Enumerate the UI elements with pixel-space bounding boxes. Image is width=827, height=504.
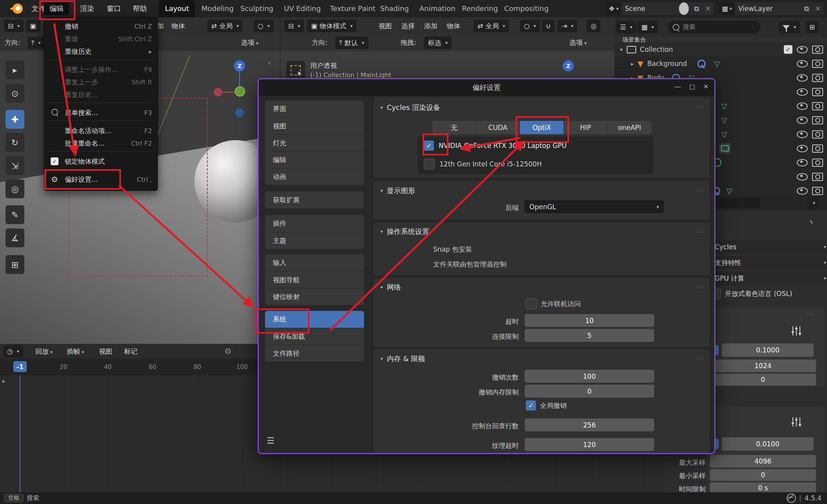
scene-collection-row[interactable]: 场景集合 xyxy=(615,37,827,42)
gizmo-z-axis-right[interactable]: Z xyxy=(563,60,574,71)
render-visibility-icon[interactable]: ◎ xyxy=(587,20,600,32)
allow-online-checkbox[interactable] xyxy=(526,298,537,309)
eye-icon[interactable] xyxy=(797,74,808,82)
sidebar-item-lights[interactable]: 灯光 xyxy=(265,134,364,151)
camera-visibility-icon[interactable] xyxy=(812,173,823,181)
device-dropdown[interactable]: GPU 计算▾ xyxy=(710,272,827,285)
editor-type-timeline[interactable]: ◷▾ xyxy=(3,345,23,358)
menu-help[interactable]: 帮助 xyxy=(127,2,152,15)
gpu-row-intel[interactable]: 12th Gen Intel Core i5-12500H xyxy=(424,159,542,170)
max-samples-vp-field[interactable]: 1024 xyxy=(710,360,816,372)
object-menu-right[interactable]: 物体 xyxy=(447,17,460,35)
sidebar-item-viewport[interactable]: 视图 xyxy=(265,117,364,134)
sidebar-toggle-icon[interactable]: ‹ xyxy=(268,58,271,67)
editor-type-button-right[interactable]: ⊟▾ xyxy=(284,20,304,32)
sidebar-item-file-paths[interactable]: 文件路径 xyxy=(265,345,364,362)
object-menu[interactable]: 物体 xyxy=(172,17,185,35)
menu-item-redo-history[interactable]: 重做历史▸ xyxy=(44,45,157,58)
gizmo-z-axis[interactable]: Z xyxy=(234,60,245,71)
drag-dots-icon[interactable]: :::: xyxy=(695,104,704,110)
sidebar-item-navigation[interactable]: 视图导航 xyxy=(265,271,364,288)
tool-scale[interactable]: ⇲ xyxy=(5,156,24,175)
proportional-edit-dropdown[interactable]: ○▾ xyxy=(254,20,274,32)
tool-transform[interactable]: ◎ xyxy=(5,179,24,198)
options-menu-right[interactable]: 选项▾ xyxy=(569,34,587,51)
maximize-button[interactable]: □ xyxy=(689,83,695,90)
sidebar-item-get-extensions[interactable]: 获取扩展 xyxy=(265,192,364,208)
close-viewlayer-icon[interactable]: ✕ xyxy=(812,2,824,15)
render-engine-dropdown[interactable]: Cycles▾ xyxy=(710,240,827,254)
add-menu-right[interactable]: 添加 xyxy=(424,17,437,35)
drag-dots-icon[interactable]: :::: xyxy=(695,283,704,289)
allow-online-row[interactable]: 允许联机访问 xyxy=(526,298,581,309)
expand-icon[interactable]: ▾ xyxy=(620,47,623,53)
view-menu-timeline[interactable]: 视图 xyxy=(99,343,112,360)
osl-row[interactable]: 开放式着色语言 (OSL) xyxy=(710,288,792,299)
eye-icon[interactable] xyxy=(797,173,808,181)
sidebar-item-input[interactable]: 输入 xyxy=(265,254,364,271)
menu-item-rename-active[interactable]: 重命名活动项...F2 xyxy=(44,124,157,137)
modifier-icon[interactable] xyxy=(697,60,706,68)
channel-expand-icon[interactable]: ▸ xyxy=(2,378,5,385)
eye-icon[interactable] xyxy=(797,60,808,68)
camera-visibility-icon[interactable] xyxy=(812,144,823,153)
section-header[interactable]: ▾显示图形 xyxy=(379,186,415,195)
device-tab-cuda[interactable]: CUDA xyxy=(476,121,520,134)
menu-item-batch-rename[interactable]: 批量重命名...Ctrl F2 xyxy=(44,137,157,150)
direction-dropdown[interactable]: ⤒▾ xyxy=(27,37,45,49)
tool-rotate[interactable]: ↻ xyxy=(5,133,24,152)
tab-sculpting[interactable]: Sculpting xyxy=(234,0,280,17)
tab-modeling[interactable]: Modeling xyxy=(195,0,240,17)
sidebar-item-addons[interactable]: 插件 xyxy=(265,215,364,232)
marker-menu[interactable]: 标记 xyxy=(124,343,137,360)
new-collection-button[interactable]: ⊞ xyxy=(805,21,819,33)
camera-visibility-icon[interactable] xyxy=(812,60,823,68)
viewlayer-icon[interactable]: ▦▾ xyxy=(719,2,735,15)
timeout-field[interactable]: 10 xyxy=(525,314,654,327)
tool-move[interactable]: ✚ xyxy=(5,110,24,129)
tab-rendering[interactable]: Rendering xyxy=(456,0,504,17)
orientation-dropdown[interactable]: ⇄ 全局▾ xyxy=(207,20,243,32)
lock-object-mode-checkbox[interactable]: ✓ xyxy=(51,157,59,165)
gpu-intel-checkbox[interactable] xyxy=(424,159,435,170)
mode-dropdown[interactable]: ▣ 物体模式▾ xyxy=(307,20,357,32)
texture-timeout-field[interactable]: 120 xyxy=(525,438,654,451)
tab-animation[interactable]: Animation xyxy=(413,0,462,17)
camera-visibility-icon[interactable] xyxy=(812,74,823,82)
eye-icon[interactable] xyxy=(797,102,808,110)
global-undo-row[interactable]: ✓ 全局撤销 xyxy=(526,400,567,411)
gizmo-minus-z-ball[interactable] xyxy=(235,108,244,117)
noise-threshold-row[interactable]: ✓ 0.1000 xyxy=(708,343,814,357)
snap-toggle[interactable]: ∪ xyxy=(542,20,554,32)
outliner-display-mode[interactable]: ☰▾ xyxy=(616,21,636,33)
camera-visibility-icon[interactable] xyxy=(812,88,823,96)
eye-icon[interactable] xyxy=(797,145,808,152)
select-menu[interactable]: 选择 xyxy=(401,17,415,35)
direction-default-dropdown[interactable]: ⤒ 默认▾ xyxy=(335,37,368,49)
min-samples-field[interactable]: 0 xyxy=(710,469,816,481)
collection-checkbox[interactable]: ✓ xyxy=(784,45,792,54)
playback-menu[interactable]: 回放▾ xyxy=(35,343,53,360)
eye-icon[interactable] xyxy=(797,46,808,53)
keying-menu[interactable]: 插帧▾ xyxy=(67,343,84,360)
device-tab-hip[interactable]: HIP xyxy=(564,121,608,134)
menu-render[interactable]: 渲染 xyxy=(75,2,100,15)
menu-item-repeat-last[interactable]: 重复上一步Shift R xyxy=(44,76,157,88)
min-samples-vp-field[interactable]: 0 xyxy=(710,374,816,385)
eye-icon[interactable] xyxy=(797,187,808,195)
backend-dropdown[interactable]: OpenGL▾ xyxy=(525,200,664,213)
active-tool-box[interactable]: ➤ xyxy=(286,61,305,79)
scene-icon[interactable]: ❖▾ xyxy=(606,2,622,15)
panel-drag-dots[interactable]: :::: xyxy=(806,311,814,317)
tool-cursor[interactable]: ⊙ xyxy=(5,84,24,103)
close-button[interactable]: ✕ xyxy=(703,83,708,90)
collection-row[interactable]: ▾ Collection ✓ xyxy=(615,42,827,57)
menu-item-repeat-history[interactable]: 重复历史... xyxy=(44,88,157,101)
tool-tweak[interactable]: ▸ xyxy=(5,60,24,79)
expand-icon[interactable]: ▸ xyxy=(631,61,634,67)
options-menu-left[interactable]: 选项▾ xyxy=(241,34,258,51)
viewlayer-selector[interactable]: ▦▾ ViewLayer ⧉ ✕ xyxy=(719,2,824,15)
current-frame-badge[interactable]: -1 xyxy=(13,361,27,372)
minimize-button[interactable]: — xyxy=(674,82,681,90)
camera-visibility-icon[interactable] xyxy=(812,102,823,110)
